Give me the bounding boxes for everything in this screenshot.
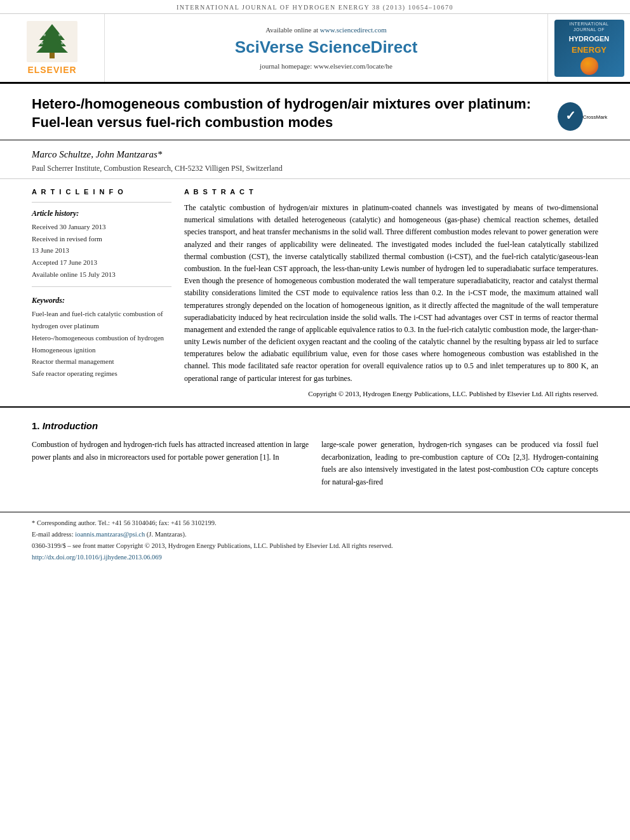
svg-point-8 xyxy=(61,42,64,44)
intro-right-column: large-scale power generation, hydrogen-r… xyxy=(321,439,598,489)
badge-intl-text: InternationalJournal of xyxy=(570,21,609,32)
introduction-section: 1. Introduction Combustion of hydrogen a… xyxy=(0,408,630,499)
journal-bar: INTERNATIONAL JOURNAL OF HYDROGEN ENERGY… xyxy=(0,0,630,14)
elsevier-tree-icon xyxy=(27,21,77,62)
abstract-column: A B S T R A C T The catalytic combustion… xyxy=(184,188,598,397)
journal-homepage: journal homepage: www.elsevier.com/locat… xyxy=(260,62,392,70)
intro-right-paragraph: large-scale power generation, hydrogen-r… xyxy=(321,439,598,489)
hydrogen-journal-badge-area: InternationalJournal of HYDROGEN ENERGY xyxy=(547,14,630,82)
crossmark-icon: ✓ xyxy=(558,102,583,131)
history-revised-date: 13 June 2013 xyxy=(32,244,171,257)
abstract-paragraph: The catalytic combustion of hydrogen/air… xyxy=(184,202,598,385)
keywords-label: Keywords: xyxy=(32,296,171,305)
badge-energy-text: ENERGY xyxy=(572,45,607,55)
badge-hydrogen-text: HYDROGEN xyxy=(569,35,610,43)
crossmark-svg: ✓ xyxy=(558,103,583,129)
keyword-3: Homogeneous ignition xyxy=(32,344,171,356)
abstract-label: A B S T R A C T xyxy=(184,188,598,196)
svg-point-9 xyxy=(50,55,54,58)
divider-1 xyxy=(32,202,171,203)
hydrogen-journal-badge: InternationalJournal of HYDROGEN ENERGY xyxy=(554,20,624,77)
article-info-column: A R T I C L E I N F O Article history: R… xyxy=(32,188,171,397)
doi-link[interactable]: http://dx.doi.org/10.1016/j.ijhydene.201… xyxy=(32,554,162,561)
affiliation-text: Paul Scherrer Institute, Combustion Rese… xyxy=(32,164,598,173)
svg-point-5 xyxy=(43,34,46,36)
article-info-abstract-section: A R T I C L E I N F O Article history: R… xyxy=(0,179,630,408)
history-available: Available online 15 July 2013 xyxy=(32,269,171,281)
history-accepted: Accepted 17 June 2013 xyxy=(32,257,171,269)
elsevier-logo: ELSEVIER xyxy=(27,21,77,75)
introduction-title: 1. Introduction xyxy=(32,420,598,431)
abstract-text: The catalytic combustion of hydrogen/air… xyxy=(184,202,598,385)
badge-orb-icon xyxy=(580,57,598,75)
article-info-label: A R T I C L E I N F O xyxy=(32,188,171,196)
title-text-area: Hetero-/homogeneous combustion of hydrog… xyxy=(32,95,554,131)
doi-line: http://dx.doi.org/10.1016/j.ijhydene.201… xyxy=(32,552,598,563)
available-online-text: Available online at www.sciencedirect.co… xyxy=(265,26,387,34)
email-line: E-mail address: ioannis.mantzaras@psi.ch… xyxy=(32,529,598,540)
crossmark-label: CrossMark xyxy=(583,114,608,120)
footer-section: * Corresponding author. Tel.: +41 56 310… xyxy=(0,512,630,568)
svg-text:✓: ✓ xyxy=(565,109,575,123)
keyword-2: Hetero-/homogeneous combustion of hydrog… xyxy=(32,332,171,344)
copyright-text: Copyright © 2013, Hydrogen Energy Public… xyxy=(184,390,598,397)
header-center: Available online at www.sciencedirect.co… xyxy=(105,14,547,82)
intro-left-paragraph: Combustion of hydrogen and hydrogen-rich… xyxy=(32,439,309,464)
introduction-content: Combustion of hydrogen and hydrogen-rich… xyxy=(32,439,598,489)
keyword-5: Safe reactor operating regimes xyxy=(32,368,171,380)
authors-section: Marco Schultze, John Mantzaras* Paul Sch… xyxy=(0,140,630,179)
article-title: Hetero-/homogeneous combustion of hydrog… xyxy=(32,95,554,131)
sciverse-logo: SciVerse ScienceDirect xyxy=(235,37,418,57)
issn-line: 0360-3199/$ – see front matter Copyright… xyxy=(32,540,598,552)
elsevier-logo-area: ELSEVIER xyxy=(0,14,105,82)
authors-text: Marco Schultze, John Mantzaras* xyxy=(32,149,162,159)
elsevier-wordmark: ELSEVIER xyxy=(27,65,76,75)
journal-bar-text: INTERNATIONAL JOURNAL OF HYDROGEN ENERGY… xyxy=(177,4,453,11)
header-section: ELSEVIER Available online at www.science… xyxy=(0,14,630,84)
corresponding-author: * Corresponding author. Tel.: +41 56 310… xyxy=(32,517,598,529)
keyword-4: Reactor thermal management xyxy=(32,356,171,368)
svg-point-7 xyxy=(41,42,43,44)
divider-2 xyxy=(32,286,171,287)
intro-left-column: Combustion of hydrogen and hydrogen-rich… xyxy=(32,439,309,489)
history-revised-label: Received in revised form xyxy=(32,233,171,245)
history-received: Received 30 January 2013 xyxy=(32,221,171,233)
svg-point-6 xyxy=(58,34,61,36)
article-history-label: Article history: xyxy=(32,209,171,218)
crossmark-badge[interactable]: ✓ CrossMark xyxy=(566,100,598,132)
author-email-link[interactable]: ioannis.mantzaras@psi.ch xyxy=(75,531,145,538)
title-section: Hetero-/homogeneous combustion of hydrog… xyxy=(0,84,630,140)
keyword-1: Fuel-lean and fuel-rich catalytic combus… xyxy=(32,308,171,331)
sciencedirect-url[interactable]: www.sciencedirect.com xyxy=(320,26,387,34)
authors-line: Marco Schultze, John Mantzaras* xyxy=(32,149,598,160)
